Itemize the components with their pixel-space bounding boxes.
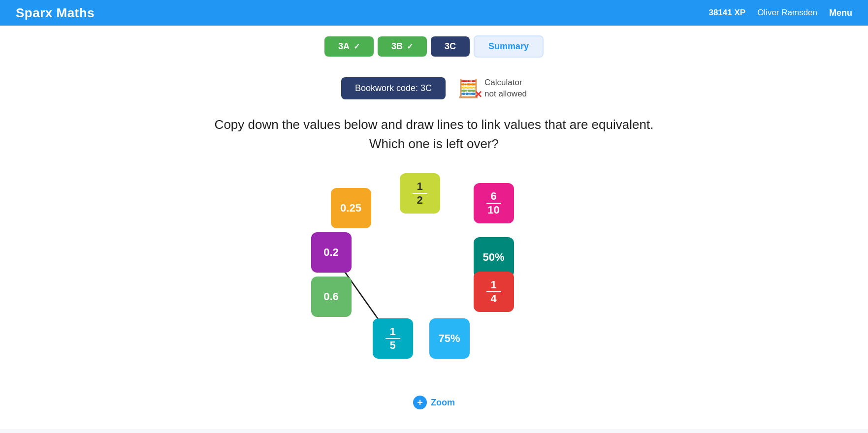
tab-3b-label: 3B xyxy=(391,41,403,52)
header: Sparx Maths 38141 XP Oliver Ramsden Menu xyxy=(0,0,868,26)
calculator-status-text: Calculator not allowed xyxy=(484,77,527,99)
menu-button[interactable]: Menu xyxy=(829,8,852,18)
bookwork-code: Bookwork code: 3C xyxy=(341,77,446,99)
tile-0-6[interactable]: 0.6 xyxy=(311,277,352,317)
tile-1-5[interactable]: 1 5 xyxy=(373,318,413,359)
zoom-label: Zoom xyxy=(431,398,455,408)
tile-1-4[interactable]: 1 4 xyxy=(474,272,514,312)
tab-summary[interactable]: Summary xyxy=(474,35,544,58)
tile-75-percent[interactable]: 75% xyxy=(429,318,470,359)
tab-3a-label: 3A xyxy=(338,41,350,52)
tab-3b[interactable]: 3B ✓ xyxy=(378,36,427,57)
user-name: Oliver Ramsden xyxy=(757,8,817,18)
zoom-row[interactable]: + Zoom xyxy=(413,396,455,409)
main-content: Bookwork code: 3C 🧮 ✕ Calculator not all… xyxy=(0,65,868,429)
tile-0-2[interactable]: 0.2 xyxy=(311,232,352,273)
tab-3b-check: ✓ xyxy=(407,42,413,51)
tabs-bar: 3A ✓ 3B ✓ 3C Summary xyxy=(0,26,868,65)
tab-3a[interactable]: 3A ✓ xyxy=(324,36,374,57)
header-right: 38141 XP Oliver Ramsden Menu xyxy=(708,8,852,18)
calculator-x-icon: ✕ xyxy=(474,90,482,99)
question-text: Copy down the values below and draw line… xyxy=(215,115,654,154)
tab-3a-check: ✓ xyxy=(354,42,360,51)
info-row: Bookwork code: 3C 🧮 ✕ Calculator not all… xyxy=(341,77,527,99)
tile-1-2[interactable]: 1 2 xyxy=(400,173,440,214)
tile-6-10[interactable]: 6 10 xyxy=(474,183,514,223)
tile-0-25[interactable]: 0.25 xyxy=(331,188,371,228)
zoom-icon: + xyxy=(413,396,427,409)
calculator-icon: 🧮 ✕ xyxy=(457,80,480,97)
tab-3c[interactable]: 3C xyxy=(431,36,470,57)
tab-3c-label: 3C xyxy=(445,41,456,52)
logo: Sparx Maths xyxy=(16,5,95,21)
tab-summary-label: Summary xyxy=(488,41,529,52)
xp-display: 38141 XP xyxy=(708,8,745,18)
values-area: 0.25 1 2 6 10 50% 0.2 0.6 1 4 xyxy=(301,173,567,380)
calculator-badge: 🧮 ✕ Calculator not allowed xyxy=(457,77,527,99)
